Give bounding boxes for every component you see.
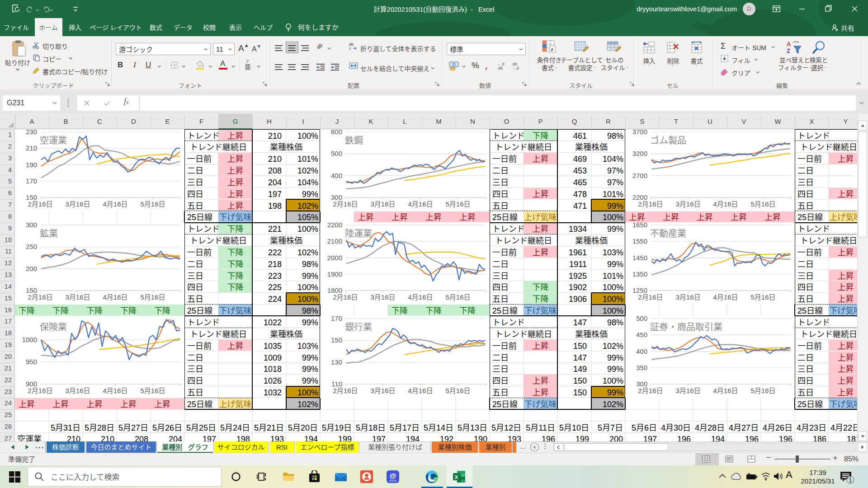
svg-text:350: 350	[636, 364, 647, 371]
svg-text:@: @	[390, 472, 396, 479]
svg-text:1450: 1450	[632, 254, 647, 262]
svg-text:4月16日: 4月16日	[713, 385, 738, 395]
svg-text:450: 450	[636, 331, 647, 338]
svg-text:1350: 1350	[632, 270, 647, 278]
svg-text:→.0: →.0	[512, 66, 519, 70]
svg-text:5月16日: 5月16日	[445, 199, 470, 208]
svg-text:3月16日: 3月16日	[370, 385, 395, 395]
svg-text:200: 200	[26, 265, 37, 272]
svg-text:4月16日: 4月16日	[408, 385, 433, 395]
svg-text:2000: 2000	[327, 254, 342, 262]
svg-text:400: 400	[331, 172, 342, 179]
svg-text:5月16日: 5月16日	[750, 199, 775, 208]
svg-text:.00: .00	[497, 66, 503, 70]
svg-text:4月16日: 4月16日	[103, 292, 127, 301]
svg-text:2700: 2700	[632, 172, 647, 179]
svg-text:600: 600	[331, 129, 342, 136]
svg-text:銀行業: 銀行業	[345, 320, 372, 333]
svg-text:500: 500	[636, 316, 647, 322]
svg-text:3月16日: 3月16日	[675, 199, 700, 208]
svg-text:保険業: 保険業	[40, 320, 67, 333]
svg-text:鉱業: 鉱業	[40, 226, 58, 239]
svg-text:5月16日: 5月16日	[140, 199, 165, 208]
svg-text:3月16日: 3月16日	[675, 292, 700, 301]
svg-text:4月16日: 4月16日	[408, 199, 433, 208]
svg-text:2月16日: 2月16日	[638, 199, 663, 208]
svg-text:5月16日: 5月16日	[140, 292, 165, 301]
svg-text:X: X	[455, 474, 458, 480]
svg-text:不動産業: 不動産業	[650, 226, 686, 239]
svg-text:5月16日: 5月16日	[445, 292, 470, 301]
svg-text:2月16日: 2月16日	[638, 385, 663, 395]
svg-text:3月16日: 3月16日	[675, 385, 700, 395]
svg-text:ゴム製品: ゴム製品	[650, 133, 686, 146]
svg-text:130: 130	[331, 358, 342, 366]
svg-text:Z: Z	[787, 47, 790, 54]
svg-text:3700: 3700	[632, 129, 647, 136]
svg-text:3月16日: 3月16日	[65, 199, 90, 208]
svg-text:4月16日: 4月16日	[713, 199, 738, 208]
svg-text:1550: 1550	[632, 237, 647, 245]
svg-text:2月16日: 2月16日	[28, 199, 52, 208]
svg-text:3月16日: 3月16日	[65, 385, 90, 395]
svg-text:5月16日: 5月16日	[140, 385, 165, 395]
svg-text:1650: 1650	[632, 222, 647, 229]
svg-text:300: 300	[26, 222, 37, 229]
svg-text:170: 170	[26, 177, 37, 185]
svg-text:2月16日: 2月16日	[638, 292, 663, 301]
svg-text:150: 150	[331, 336, 342, 344]
svg-text:menu: menu	[389, 479, 397, 482]
svg-text:4月16日: 4月16日	[713, 292, 738, 301]
svg-text:500: 500	[331, 150, 342, 157]
svg-text:鉄鋼: 鉄鋼	[345, 133, 363, 146]
svg-text:A: A	[787, 41, 791, 47]
svg-text:2月16日: 2月16日	[333, 199, 358, 208]
svg-text:250: 250	[26, 243, 37, 250]
svg-text:3200: 3200	[632, 150, 647, 157]
svg-text:2月16日: 2月16日	[333, 385, 358, 395]
svg-text:4月16日: 4月16日	[103, 199, 127, 208]
svg-text:5月16日: 5月16日	[750, 385, 775, 395]
svg-text:190: 190	[26, 161, 37, 169]
svg-text:1: 1	[849, 477, 852, 483]
svg-text:1900: 1900	[327, 270, 342, 278]
svg-text:3月16日: 3月16日	[65, 292, 90, 301]
svg-text:400: 400	[636, 347, 647, 355]
svg-text:2200: 2200	[327, 222, 342, 229]
svg-text:3月16日: 3月16日	[370, 292, 395, 301]
svg-text:≠: ≠	[551, 47, 554, 53]
svg-text:証券・商品取引業: 証券・商品取引業	[650, 320, 722, 333]
svg-text:4月16日: 4月16日	[408, 292, 433, 301]
svg-text:2100: 2100	[327, 237, 342, 245]
svg-text:c: c	[349, 46, 351, 51]
svg-text:230: 230	[26, 129, 37, 136]
svg-text:2月16日: 2月16日	[28, 385, 52, 395]
svg-text:3月16日: 3月16日	[370, 199, 395, 208]
svg-text:170: 170	[331, 316, 342, 322]
svg-text:空運業: 空運業	[40, 133, 67, 146]
svg-text:2月16日: 2月16日	[333, 292, 358, 301]
svg-text:4月16日: 4月16日	[103, 385, 127, 395]
svg-text:950: 950	[26, 358, 37, 366]
svg-text:2月16日: 2月16日	[28, 292, 52, 301]
svg-text:1000: 1000	[22, 336, 37, 343]
svg-text:陸運業: 陸運業	[345, 226, 372, 239]
svg-text:210: 210	[26, 144, 37, 152]
svg-text:5月16日: 5月16日	[445, 385, 470, 395]
svg-text:5月16日: 5月16日	[750, 292, 775, 301]
